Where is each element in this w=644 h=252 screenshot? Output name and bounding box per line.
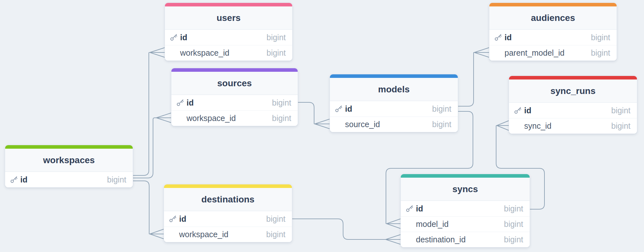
field-name: model_id	[416, 219, 448, 229]
table-accent-bar	[401, 174, 530, 178]
field-type: bigint	[504, 204, 523, 213]
field-type: bigint	[266, 230, 285, 239]
field-name: workspace_id	[179, 230, 228, 239]
field-type: bigint	[272, 98, 291, 107]
field-name: id	[179, 214, 186, 224]
field-row-id: idbigint	[330, 101, 458, 117]
field-name: id	[416, 204, 423, 213]
table-title: syncs	[401, 178, 530, 201]
table-accent-bar	[165, 3, 292, 6]
field-name: id	[187, 98, 194, 107]
field-row-model_id: model_idbigint	[401, 216, 530, 232]
field-name: workspace_id	[180, 48, 229, 58]
field-type: bigint	[266, 48, 286, 58]
field-row-id: idbigint	[5, 172, 133, 187]
erd-tables-layer: usersidbigintworkspace_idbigintaudiences…	[0, 0, 644, 252]
table-workspaces[interactable]: workspacesidbigint	[5, 145, 133, 188]
table-title: sources	[171, 72, 298, 95]
field-row-workspace_id: workspace_idbigint	[165, 45, 292, 61]
table-title: users	[165, 6, 292, 30]
table-models[interactable]: modelsidbigintsource_idbigint	[330, 74, 458, 132]
field-name: sync_id	[524, 121, 552, 131]
field-row-source_id: source_idbigint	[330, 117, 458, 132]
field-row-id: idbigint	[165, 30, 292, 45]
table-sync_runs[interactable]: sync_runsidbigintsync_idbigint	[509, 76, 637, 134]
field-type: bigint	[266, 214, 285, 224]
primary-key-icon	[10, 175, 18, 184]
table-title: destinations	[164, 188, 292, 211]
table-accent-bar	[5, 145, 133, 149]
field-type: bigint	[266, 33, 286, 42]
field-row-parent_model_id: parent_model_idbigint	[489, 45, 617, 61]
table-syncs[interactable]: syncsidbigintmodel_idbigintdestination_i…	[400, 174, 530, 247]
field-name: id	[345, 104, 352, 114]
table-accent-bar	[164, 184, 292, 188]
field-type: bigint	[611, 106, 630, 115]
field-row-id: idbigint	[401, 201, 530, 216]
table-sources[interactable]: sourcesidbigintworkspace_idbigint	[171, 68, 298, 126]
table-accent-bar	[171, 68, 298, 72]
table-title: audiences	[489, 6, 617, 30]
table-accent-bar	[489, 3, 617, 6]
field-row-id: idbigint	[164, 211, 292, 227]
field-type: bigint	[504, 235, 523, 244]
table-accent-bar	[509, 76, 637, 79]
field-type: bigint	[504, 219, 523, 229]
field-row-sync_id: sync_idbigint	[509, 118, 637, 134]
field-row-workspace_id: workspace_idbigint	[171, 110, 298, 126]
field-name: id	[180, 33, 187, 42]
field-row-id: idbigint	[171, 95, 298, 110]
primary-key-icon	[405, 204, 414, 213]
field-type: bigint	[107, 175, 126, 184]
primary-key-icon	[176, 98, 184, 107]
table-title: models	[330, 78, 458, 101]
field-name: workspace_id	[187, 114, 236, 123]
table-accent-bar	[330, 74, 458, 78]
field-type: bigint	[591, 33, 610, 42]
table-users[interactable]: usersidbigintworkspace_idbigint	[165, 3, 293, 61]
table-title: workspaces	[5, 149, 133, 172]
primary-key-icon	[334, 105, 343, 113]
field-type: bigint	[591, 48, 610, 58]
field-name: source_id	[345, 120, 380, 129]
field-type: bigint	[272, 114, 291, 123]
erd-canvas[interactable]: usersidbigintworkspace_idbigintaudiences…	[0, 0, 644, 252]
field-type: bigint	[432, 104, 451, 114]
field-type: bigint	[611, 121, 630, 131]
field-row-destination_id: destination_idbigint	[401, 232, 530, 247]
primary-key-icon	[494, 33, 502, 42]
field-name: id	[20, 175, 27, 184]
field-name: destination_id	[416, 235, 466, 244]
field-name: id	[524, 106, 531, 115]
primary-key-icon	[169, 33, 178, 42]
field-name: parent_model_id	[505, 48, 564, 58]
field-row-id: idbigint	[509, 103, 637, 118]
primary-key-icon	[168, 215, 177, 223]
field-row-id: idbigint	[489, 30, 617, 45]
table-audiences[interactable]: audiencesidbigintparent_model_idbigint	[489, 3, 617, 61]
table-title: sync_runs	[509, 79, 637, 103]
table-destinations[interactable]: destinationsidbigintworkspace_idbigint	[164, 184, 292, 242]
field-type: bigint	[432, 120, 451, 129]
primary-key-icon	[514, 106, 522, 115]
field-name: id	[505, 33, 512, 42]
field-row-workspace_id: workspace_idbigint	[164, 227, 292, 242]
